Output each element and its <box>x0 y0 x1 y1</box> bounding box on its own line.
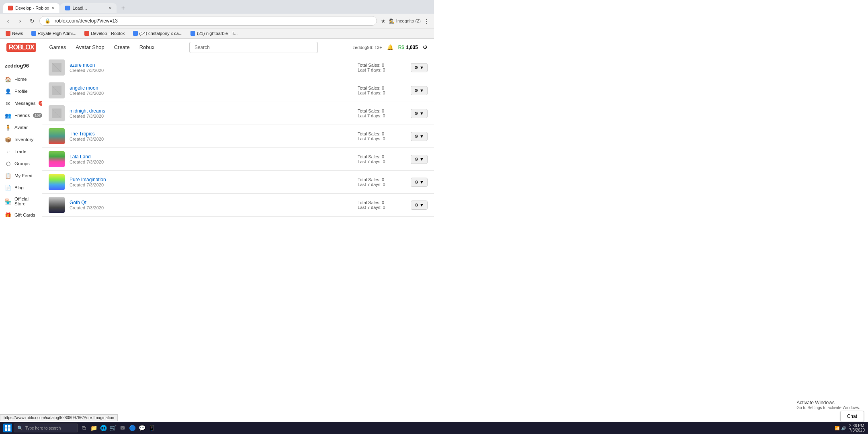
item-name-goth-qt[interactable]: Goth Qt <box>70 200 353 205</box>
sidebar-item-home[interactable]: 🏠 Home <box>0 74 42 85</box>
bookmark-label-nightbarbie: (21) nightbarbie - T... <box>197 31 237 36</box>
sidebar-label-messages: Messages <box>14 101 35 106</box>
item-info-angelic-moon: angelic moon Created 7/3/2020 <box>70 85 353 96</box>
settings-btn-angelic-moon[interactable]: ⚙ ▼ <box>411 86 428 95</box>
forward-button[interactable]: › <box>15 16 25 26</box>
item-thumbnail-the-tropics <box>49 128 65 144</box>
sidebar-item-friends[interactable]: 👥 Friends 167 <box>0 110 42 121</box>
header: ROBLOX Games Avatar Shop Create Robux ze… <box>0 39 434 56</box>
sidebar-item-official-store[interactable]: 🏪 Official Store <box>0 194 42 209</box>
my-feed-icon: 📋 <box>5 172 11 179</box>
nav-avatar-shop[interactable]: Avatar Shop <box>76 44 104 50</box>
robux-icon: R$ <box>398 45 404 50</box>
item-info-midnight-dreams: midnight dreams Created 7/3/2020 <box>70 108 353 119</box>
item-thumbnail-angelic-moon <box>49 82 65 98</box>
menu-button[interactable]: ⋮ <box>422 16 431 26</box>
roblox-logo[interactable]: ROBLOX <box>6 43 36 52</box>
sidebar-item-gift-cards[interactable]: 🎁 Gift Cards <box>0 209 42 217</box>
inventory-icon: 📦 <box>5 136 11 143</box>
search-input[interactable] <box>189 42 318 53</box>
sidebar-label-my-feed: My Feed <box>14 173 33 178</box>
item-name-angelic-moon[interactable]: angelic moon <box>70 85 353 91</box>
item-date-the-tropics: Created 7/3/2020 <box>70 137 353 141</box>
sidebar-item-profile[interactable]: 👤 Profile <box>0 86 42 97</box>
tab-close-2[interactable]: ✕ <box>108 6 112 10</box>
item-thumbnail-azure-moon <box>49 59 65 76</box>
tab-develop-roblox[interactable]: Develop - Roblox ✕ <box>3 3 59 13</box>
bookmark-favicon-develop <box>84 31 89 36</box>
tab-loading[interactable]: Loadi... ✕ <box>60 3 117 13</box>
table-row: Sunset Sweetheart Created 7/3/2020 Total… <box>42 217 434 217</box>
tab-favicon-2 <box>65 6 70 10</box>
item-info-lala-land: Lala Land Created 7/3/2020 <box>70 154 353 164</box>
item-stats-pure-imagination: Total Sales: 0 Last 7 days: 0 <box>358 177 406 187</box>
sidebar-item-blog[interactable]: 📄 Blog <box>0 182 42 193</box>
bookmark-star[interactable]: ★ <box>379 16 387 26</box>
bookmark-nightbarbie[interactable]: (21) nightbarbie - T... <box>188 30 240 37</box>
sidebar-item-messages[interactable]: ✉ Messages 4 <box>0 98 42 109</box>
item-name-midnight-dreams[interactable]: midnight dreams <box>70 108 353 114</box>
bookmark-favicon-royale <box>31 31 36 36</box>
table-row: azure moon Created 7/3/2020 Total Sales:… <box>42 56 434 79</box>
nav-create[interactable]: Create <box>114 44 130 50</box>
sidebar-label-home: Home <box>14 77 27 82</box>
sidebar-item-my-feed[interactable]: 📋 My Feed <box>0 170 42 181</box>
settings-btn-the-tropics[interactable]: ⚙ ▼ <box>411 132 428 141</box>
sidebar-item-trade[interactable]: ↔ Trade <box>0 146 42 157</box>
bookmark-develop[interactable]: Develop - Roblox <box>82 30 127 37</box>
settings-btn-azure-moon[interactable]: ⚙ ▼ <box>411 63 428 72</box>
roblox-app: ROBLOX Games Avatar Shop Create Robux ze… <box>0 39 434 217</box>
url-text: roblox.com/develop?View=13 <box>55 18 372 24</box>
bookmark-news[interactable]: News <box>3 30 26 37</box>
item-name-the-tropics[interactable]: The Tropics <box>70 131 353 137</box>
address-bar: ‹ › ↻ 🔒 roblox.com/develop?View=13 ★ 🕵 I… <box>0 14 434 28</box>
sidebar-item-groups[interactable]: ⬡ Groups <box>0 158 42 169</box>
new-tab-button[interactable]: + <box>117 2 129 14</box>
url-bar[interactable]: 🔒 roblox.com/develop?View=13 <box>39 16 377 26</box>
sidebar-username: zeddog96 <box>0 61 42 73</box>
item-actions-lala-land: ⚙ ▼ <box>411 155 428 164</box>
item-stats-azure-moon: Total Sales: 0 Last 7 days: 0 <box>358 63 406 72</box>
settings-btn-midnight-dreams[interactable]: ⚙ ▼ <box>411 109 428 118</box>
refresh-button[interactable]: ↻ <box>27 16 37 26</box>
sidebar-item-inventory[interactable]: 📦 Inventory <box>0 134 42 145</box>
item-info-pure-imagination: Pure Imagination Created 7/3/2020 <box>70 177 353 187</box>
notification-icon[interactable]: 🔔 <box>387 44 393 50</box>
table-row: midnight dreams Created 7/3/2020 Total S… <box>42 102 434 125</box>
tab-label-1: Develop - Roblox <box>15 6 49 10</box>
item-date-angelic-moon: Created 7/3/2020 <box>70 91 353 96</box>
settings-btn-lala-land[interactable]: ⚙ ▼ <box>411 155 428 164</box>
table-row: angelic moon Created 7/3/2020 Total Sale… <box>42 79 434 102</box>
table-row: Goth Qt Created 7/3/2020 Total Sales: 0 … <box>42 194 434 217</box>
sidebar-label-inventory: Inventory <box>14 137 33 142</box>
bookmark-label-news: News <box>12 31 23 36</box>
bookmark-cristalpony[interactable]: (14) cristalpony x ca... <box>131 30 185 37</box>
item-name-pure-imagination[interactable]: Pure Imagination <box>70 177 353 182</box>
settings-btn-pure-imagination[interactable]: ⚙ ▼ <box>411 178 428 187</box>
table-row: The Tropics Created 7/3/2020 Total Sales… <box>42 125 434 148</box>
table-row: Lala Land Created 7/3/2020 Total Sales: … <box>42 148 434 171</box>
item-name-azure-moon[interactable]: azure moon <box>70 62 353 68</box>
item-actions-the-tropics: ⚙ ▼ <box>411 132 428 141</box>
messages-badge: 4 <box>39 101 42 106</box>
browser-actions: ★ 🕵 Incognito (2) ⋮ <box>379 16 431 26</box>
bookmark-royale[interactable]: Royale High Admi... <box>29 30 79 37</box>
settings-icon[interactable]: ⚙ <box>423 44 428 50</box>
back-button[interactable]: ‹ <box>3 16 13 26</box>
robux-display: R$ 1,035 <box>398 45 418 50</box>
item-thumbnail-goth-qt <box>49 197 65 213</box>
bookmark-favicon-news <box>6 31 10 36</box>
avatar-icon: 🧍 <box>5 124 11 131</box>
nav-robux[interactable]: Robux <box>139 44 155 50</box>
item-stats-goth-qt: Total Sales: 0 Last 7 days: 0 <box>358 200 406 210</box>
sidebar-item-avatar[interactable]: 🧍 Avatar <box>0 122 42 133</box>
tab-close-1[interactable]: ✕ <box>51 6 55 10</box>
bookmark-label-develop: Develop - Roblox <box>91 31 125 36</box>
incognito-indicator: 🕵 Incognito (2) <box>389 18 421 24</box>
tab-label-2: Loadi... <box>72 6 87 10</box>
settings-btn-goth-qt[interactable]: ⚙ ▼ <box>411 201 428 210</box>
nav-games[interactable]: Games <box>49 44 66 50</box>
item-name-lala-land[interactable]: Lala Land <box>70 154 353 160</box>
item-thumbnail-midnight-dreams <box>49 105 65 121</box>
total-sales-azure-moon: Total Sales: 0 <box>358 63 406 68</box>
